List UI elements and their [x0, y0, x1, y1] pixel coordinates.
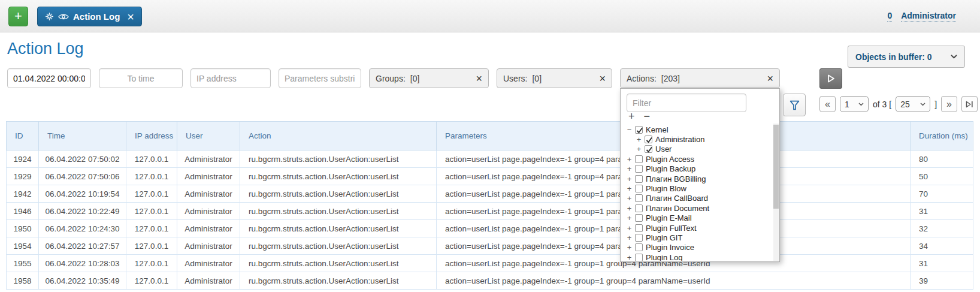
buffer-label: Objects in buffer: 0 — [855, 52, 932, 62]
to-time-input[interactable] — [99, 68, 183, 88]
tree-item[interactable]: +Plugin GIT — [625, 233, 772, 242]
tree-checkbox[interactable] — [635, 165, 643, 173]
page-select[interactable]: 1 — [840, 96, 869, 112]
cell-ip: 127.0.0.1 — [126, 185, 177, 203]
tree-checkbox[interactable] — [635, 234, 643, 242]
cell-user: Administrator — [177, 185, 240, 203]
bracket-close-label: ] — [934, 100, 937, 109]
cell-action: ru.bgcrm.struts.action.UserAction:userLi… — [240, 168, 437, 185]
close-icon[interactable]: × — [127, 11, 134, 23]
scrollbar-track[interactable] — [773, 124, 779, 261]
cell-duration: 32 — [911, 220, 973, 237]
expand-all-button[interactable]: + — [628, 111, 635, 122]
clear-users-icon[interactable]: × — [599, 73, 606, 84]
column-header-ip: IP address — [126, 122, 177, 150]
groups-filter-combo[interactable]: Groups: [0] × — [369, 68, 489, 88]
tree-filter-input[interactable] — [627, 94, 746, 112]
page-size-select[interactable]: 25 — [896, 96, 930, 112]
tree-checkbox[interactable] — [635, 254, 643, 261]
tree-expander[interactable]: + — [625, 243, 633, 252]
run-search-button[interactable] — [819, 68, 842, 89]
actions-filter-combo[interactable]: Actions: [203] × — [620, 68, 780, 88]
tree-expander[interactable]: + — [625, 233, 633, 242]
tree-checkbox[interactable] — [645, 136, 652, 143]
last-page-button[interactable] — [961, 96, 978, 112]
tree-expander[interactable]: + — [625, 194, 633, 203]
cell-time: 06.04.2022 10:24:30 — [39, 220, 126, 237]
cell-action: ru.bgcrm.struts.action.UserAction:userLi… — [240, 255, 437, 272]
tree-expander[interactable]: + — [625, 253, 633, 261]
tree-item[interactable]: +Plugin Blow — [625, 183, 772, 193]
cell-user: Administrator — [177, 203, 240, 220]
tree-checkbox[interactable] — [635, 224, 643, 232]
tree-checkbox[interactable] — [635, 204, 643, 212]
objects-in-buffer-dropdown[interactable]: Objects in buffer: 0 — [848, 46, 965, 68]
apply-filter-button[interactable] — [783, 94, 806, 116]
groups-label: Groups: — [376, 74, 406, 83]
tree-checkbox[interactable] — [635, 194, 643, 202]
tree-checkbox[interactable] — [635, 243, 643, 251]
tree-item[interactable]: +Plugin E-Mail — [625, 213, 772, 223]
tab-action-log[interactable]: Action Log × — [37, 7, 142, 26]
tree-item-label: Plugin Backup — [646, 164, 695, 173]
log-table-body: 192406.04.2022 07:50:02127.0.0.1Administ… — [7, 150, 973, 290]
clear-actions-icon[interactable]: × — [767, 73, 773, 84]
tree-item-label: Administration — [655, 135, 704, 144]
cell-action: ru.bgcrm.struts.action.UserAction:userLi… — [240, 220, 437, 237]
tree-expander[interactable]: + — [625, 213, 633, 222]
tree-checkbox[interactable] — [645, 145, 652, 153]
tree-item[interactable]: +User — [625, 145, 772, 154]
top-bar: + Action Log × 0 Administrator — [0, 0, 980, 32]
tree-expander[interactable]: + — [625, 155, 633, 164]
tree-checkbox[interactable] — [635, 126, 643, 134]
cell-action: ru.bgcrm.struts.action.UserAction:userLi… — [240, 237, 437, 255]
eye-icon[interactable] — [58, 13, 69, 20]
scrollbar-thumb[interactable] — [773, 125, 779, 209]
notification-count[interactable]: 0 — [887, 11, 892, 22]
tree-checkbox[interactable] — [635, 214, 643, 222]
tree-item[interactable]: +Plugin Backup — [625, 164, 772, 174]
tree-item[interactable]: +Плагин BGBilling — [625, 174, 772, 183]
actions-dropdown-panel: + − −Kernel+Administration+User+Plugin A… — [620, 88, 780, 262]
add-tab-button[interactable]: + — [8, 7, 28, 26]
tree-expander[interactable]: + — [625, 184, 633, 193]
collapse-all-button[interactable]: − — [644, 111, 651, 122]
table-header-row: ID Time IP address User Action Parameter… — [7, 122, 973, 150]
tree-expander[interactable]: + — [635, 145, 643, 153]
parameters-substring-input[interactable] — [279, 68, 361, 88]
current-user-link[interactable]: Administrator — [901, 11, 956, 22]
tree-item[interactable]: +Плагин CallBoard — [625, 194, 772, 203]
tree-expander[interactable]: + — [625, 204, 633, 213]
cell-time: 06.04.2022 10:28:03 — [39, 255, 126, 272]
next-pages-button[interactable]: » — [941, 96, 957, 112]
cell-duration: 70 — [911, 185, 973, 203]
tree-item[interactable]: +Plugin Invoice — [625, 243, 772, 252]
prev-pages-button[interactable]: « — [819, 96, 836, 112]
tree-expander[interactable]: + — [625, 174, 633, 183]
tree-expander[interactable]: + — [625, 224, 633, 233]
chevron-down-icon — [951, 55, 957, 59]
users-filter-combo[interactable]: Users: [0] × — [497, 68, 612, 88]
tree-item-label: Plugin Invoice — [646, 243, 694, 252]
gear-icon[interactable] — [45, 12, 54, 21]
cell-user: Administrator — [177, 255, 240, 272]
tree-item[interactable]: −Kernel — [625, 125, 772, 134]
tree-item-label: Plugin FullText — [646, 224, 697, 233]
funnel-icon — [790, 100, 800, 110]
tree-item[interactable]: +Plugin Log — [625, 252, 772, 261]
tree-item[interactable]: +Plugin Access — [625, 154, 772, 164]
tree-expander[interactable]: − — [625, 125, 633, 134]
ip-address-input[interactable] — [190, 68, 271, 88]
pagination: « 1 of 3 [ 25 ] » — [819, 96, 978, 112]
tree-expander[interactable]: + — [625, 164, 633, 173]
tree-checkbox[interactable] — [635, 175, 643, 183]
cell-ip: 127.0.0.1 — [126, 150, 177, 168]
tree-item[interactable]: +Plugin FullText — [625, 223, 772, 233]
tree-item[interactable]: +Плагин Document — [625, 203, 772, 213]
from-time-input[interactable] — [7, 68, 91, 88]
tree-item[interactable]: +Administration — [625, 134, 772, 144]
tree-checkbox[interactable] — [635, 185, 643, 192]
clear-groups-icon[interactable]: × — [476, 73, 482, 84]
tree-checkbox[interactable] — [635, 155, 643, 163]
tree-expander[interactable]: + — [635, 135, 643, 144]
